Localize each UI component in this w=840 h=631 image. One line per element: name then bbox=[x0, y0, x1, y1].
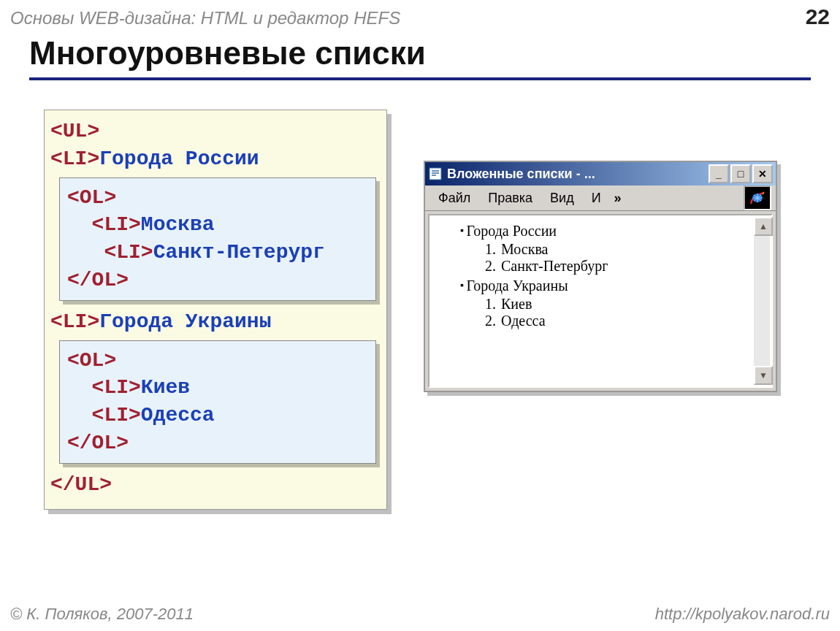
list-item: Города России Москва Санкт-Петербург bbox=[460, 223, 765, 275]
code-tag: <LI> bbox=[67, 213, 141, 236]
close-button[interactable]: ✕ bbox=[752, 164, 773, 183]
page-title: Многоуровневые списки bbox=[29, 35, 811, 80]
titlebar[interactable]: Вложенные списки - ... _ □ ✕ bbox=[425, 162, 776, 186]
course-label: Основы WEB-дизайна: HTML и редактор HEFS bbox=[10, 8, 400, 28]
code-tag: <LI> bbox=[67, 241, 153, 264]
nested-code-block: <OL> <LI>Москва <LI>Санкт-Петерург </OL> bbox=[59, 177, 376, 301]
code-tag: </OL> bbox=[67, 269, 129, 291]
menu-view[interactable]: Вид bbox=[541, 188, 583, 209]
copyright: © К. Поляков, 2007-2011 bbox=[10, 605, 194, 624]
slide-footer: © К. Поляков, 2007-2011 http://kpolyakov… bbox=[10, 605, 830, 624]
footer-url: http://kpolyakov.narod.ru bbox=[655, 605, 830, 624]
browser-content: Города России Москва Санкт-Петербург Гор… bbox=[428, 214, 773, 388]
list-item: Города Украины Киев Одесса bbox=[460, 278, 765, 329]
code-tag: </UL> bbox=[50, 473, 112, 496]
maximize-button[interactable]: □ bbox=[730, 164, 751, 183]
code-tag: <LI> bbox=[67, 404, 141, 427]
code-text: Москва bbox=[141, 213, 215, 236]
list-item: Москва bbox=[500, 241, 765, 258]
code-tag: <OL> bbox=[67, 186, 116, 209]
code-text: Города Украины bbox=[99, 310, 271, 333]
menu-more-chevron-icon[interactable]: » bbox=[610, 191, 626, 206]
code-text: Санкт-Петерург bbox=[153, 241, 325, 264]
menu-favorites[interactable]: И bbox=[583, 188, 610, 209]
nested-code-block: <OL> <LI>Киев <LI>Одесса </OL> bbox=[59, 340, 376, 464]
code-text: Одесса bbox=[141, 404, 215, 427]
browser-window: Вложенные списки - ... _ □ ✕ Файл Правка… bbox=[424, 161, 777, 392]
menu-edit[interactable]: Правка bbox=[479, 188, 541, 209]
code-tag: <LI> bbox=[50, 310, 99, 333]
scroll-up-icon[interactable]: ▲ bbox=[754, 217, 773, 236]
code-tag: <LI> bbox=[50, 148, 99, 170]
ie-page-icon bbox=[428, 167, 443, 181]
slide-header: Основы WEB-дизайна: HTML и редактор HEFS… bbox=[10, 4, 830, 29]
code-text: Города России bbox=[99, 148, 259, 170]
code-tag: <LI> bbox=[67, 376, 141, 399]
code-tag: <UL> bbox=[50, 120, 99, 142]
code-tag: <OL> bbox=[67, 349, 116, 372]
scroll-down-icon[interactable]: ▼ bbox=[754, 366, 773, 385]
menubar: Файл Правка Вид И » bbox=[425, 186, 776, 211]
list-item: Киев bbox=[500, 296, 765, 313]
list-group-label: Города Украины bbox=[466, 278, 568, 294]
scrollbar[interactable]: ▲ ▼ bbox=[754, 217, 770, 385]
list-item: Санкт-Петербург bbox=[500, 258, 765, 275]
code-text: Киев bbox=[141, 376, 190, 399]
list-group-label: Города России bbox=[466, 223, 557, 239]
minimize-button[interactable]: _ bbox=[709, 164, 729, 183]
menu-file[interactable]: Файл bbox=[429, 188, 479, 209]
window-title: Вложенные списки - ... bbox=[447, 167, 595, 182]
code-tag: </OL> bbox=[67, 432, 129, 454]
code-panel: <UL> <LI>Города России <OL> <LI>Москва <… bbox=[44, 110, 387, 510]
page-number: 22 bbox=[806, 4, 830, 29]
list-item: Одесса bbox=[500, 313, 765, 329]
svg-rect-0 bbox=[429, 168, 441, 180]
ie-throbber-icon bbox=[744, 186, 771, 210]
